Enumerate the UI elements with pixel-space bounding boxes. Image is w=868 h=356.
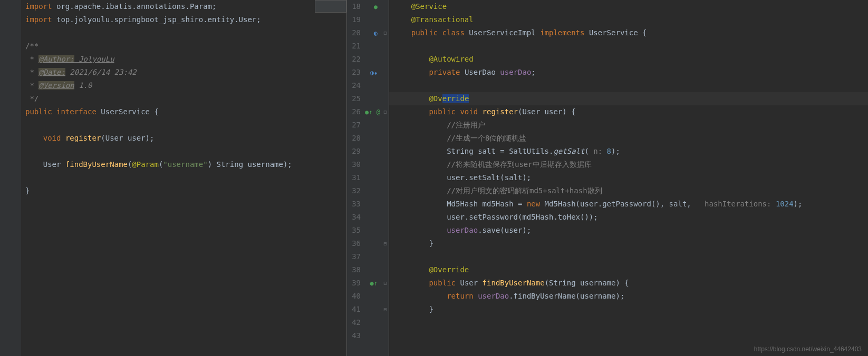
code-line[interactable]: [25, 171, 346, 184]
fold-marker[interactable]: [382, 197, 389, 211]
fold-marker[interactable]: [382, 316, 389, 329]
code-line[interactable]: return userDao.findByUserName(username);: [393, 290, 868, 303]
gutter-icon[interactable]: ●: [365, 0, 378, 13]
gutter-icon[interactable]: [365, 13, 378, 26]
gutter-icon[interactable]: [365, 263, 378, 276]
fold-marker[interactable]: [382, 158, 389, 171]
gutter-icon[interactable]: [365, 118, 378, 132]
code-line[interactable]: [393, 79, 868, 92]
fold-marker[interactable]: [382, 39, 389, 53]
code-line[interactable]: [393, 316, 868, 329]
gutter-icon[interactable]: [365, 197, 378, 211]
gutter-icon[interactable]: [365, 171, 378, 184]
gutter-icon[interactable]: ●↑: [365, 276, 378, 290]
code-line[interactable]: //将来随机盐保存到user中后期存入数据库: [393, 158, 868, 171]
code-line[interactable]: }: [25, 184, 346, 197]
gutter-icon[interactable]: [365, 39, 378, 53]
fold-marker[interactable]: [382, 250, 389, 263]
gutter-icon[interactable]: [365, 92, 378, 105]
gutter-icon[interactable]: [365, 145, 378, 158]
fold-marker[interactable]: ⊟: [382, 105, 389, 118]
code-line[interactable]: import top.jolyoulu.springboot_jsp_shiro…: [25, 13, 346, 26]
line-number: 38: [347, 263, 361, 276]
gutter-icon[interactable]: ◐: [365, 26, 378, 39]
code-line[interactable]: //生成一个8位的随机盐: [393, 132, 868, 145]
code-line[interactable]: [393, 329, 868, 342]
code-line[interactable]: private UserDao userDao;: [393, 66, 868, 79]
gutter-icon[interactable]: ◑⬧: [365, 66, 378, 79]
code-line[interactable]: Md5Hash md5Hash = new Md5Hash(user.getPa…: [393, 197, 868, 211]
code-line[interactable]: @Autowired: [393, 53, 868, 66]
gutter-icon[interactable]: [365, 79, 378, 92]
right-code[interactable]: @Service @Transactional public class Use…: [389, 0, 868, 356]
left-code-area[interactable]: import org.apache.ibatis.annotations.Par…: [0, 0, 346, 356]
fold-column[interactable]: ⊟⊟⊟⊟⊟: [382, 0, 389, 356]
code-line[interactable]: * @Date: 2021/6/14 23:42: [25, 66, 346, 79]
code-line[interactable]: userDao.save(user);: [393, 224, 868, 237]
code-line[interactable]: [25, 145, 346, 158]
code-line[interactable]: @Transactional: [393, 13, 868, 26]
fold-marker[interactable]: [382, 66, 389, 79]
fold-marker[interactable]: [382, 263, 389, 276]
code-line[interactable]: * @Author: JolyouLu: [25, 53, 346, 66]
code-line[interactable]: import org.apache.ibatis.annotations.Par…: [25, 0, 346, 13]
code-line[interactable]: [393, 250, 868, 263]
fold-marker[interactable]: [382, 329, 389, 342]
fold-marker[interactable]: ⊟: [382, 26, 389, 39]
fold-marker[interactable]: [382, 145, 389, 158]
code-line[interactable]: public void register(User user) {: [393, 105, 868, 118]
code-line[interactable]: [25, 26, 346, 39]
fold-marker[interactable]: [382, 132, 389, 145]
gutter-icon[interactable]: [365, 250, 378, 263]
left-code[interactable]: import org.apache.ibatis.annotations.Par…: [21, 0, 346, 356]
code-line[interactable]: public interface UserService {: [25, 105, 346, 118]
right-code-area[interactable]: 1819202122232425262728293031323334353637…: [347, 0, 868, 356]
code-line[interactable]: [25, 118, 346, 132]
code-line[interactable]: */: [25, 92, 346, 105]
code-line[interactable]: /**: [25, 39, 346, 53]
code-line[interactable]: user.setSalt(salt);: [393, 171, 868, 184]
code-line[interactable]: //注册用户: [393, 118, 868, 132]
gutter-icon[interactable]: [365, 290, 378, 303]
code-line[interactable]: User findByUserName(@Param("username") S…: [25, 158, 346, 171]
code-line[interactable]: //对用户明文的密码解析md5+salt+hash散列: [393, 184, 868, 197]
fold-marker[interactable]: [382, 211, 389, 224]
line-number: [0, 79, 17, 92]
code-line[interactable]: public class UserServiceImpl implements …: [393, 26, 868, 39]
fold-marker[interactable]: [382, 290, 389, 303]
code-line[interactable]: @Service: [393, 0, 868, 13]
fold-marker[interactable]: [382, 92, 389, 105]
fold-marker[interactable]: ⊟: [382, 237, 389, 250]
gutter-icon[interactable]: [365, 224, 378, 237]
code-line[interactable]: user.setPassword(md5Hash.toHex());: [393, 211, 868, 224]
gutter-icon[interactable]: [365, 53, 378, 66]
gutter-icon[interactable]: [365, 158, 378, 171]
fold-marker[interactable]: [382, 118, 389, 132]
gutter-icon[interactable]: [365, 132, 378, 145]
gutter-icon[interactable]: [365, 237, 378, 250]
gutter-icon[interactable]: ●↑ @: [365, 105, 378, 118]
gutter-icon[interactable]: [365, 303, 378, 316]
code-line[interactable]: }: [393, 303, 868, 316]
gutter-icon[interactable]: [365, 211, 378, 224]
code-line[interactable]: }: [393, 237, 868, 250]
fold-marker[interactable]: ⊟: [382, 303, 389, 316]
fold-marker[interactable]: [382, 79, 389, 92]
code-line[interactable]: @Override: [393, 92, 868, 105]
gutter-icon[interactable]: [365, 184, 378, 197]
fold-marker[interactable]: [382, 0, 389, 13]
code-line[interactable]: @Override: [393, 263, 868, 276]
fold-marker[interactable]: [382, 184, 389, 197]
code-line[interactable]: * @Version 1.0: [25, 79, 346, 92]
fold-marker[interactable]: [382, 224, 389, 237]
fold-marker[interactable]: [382, 53, 389, 66]
code-line[interactable]: public User findByUserName(String userna…: [393, 276, 868, 290]
fold-marker[interactable]: [382, 171, 389, 184]
fold-marker[interactable]: [382, 13, 389, 26]
gutter-icon[interactable]: [365, 329, 378, 342]
code-line[interactable]: String salt = SaltUtils.getSalt( n: 8);: [393, 145, 868, 158]
fold-marker[interactable]: ⊟: [382, 276, 389, 290]
code-line[interactable]: void register(User user);: [25, 132, 346, 145]
gutter-icon[interactable]: [365, 316, 378, 329]
code-line[interactable]: [393, 39, 868, 53]
